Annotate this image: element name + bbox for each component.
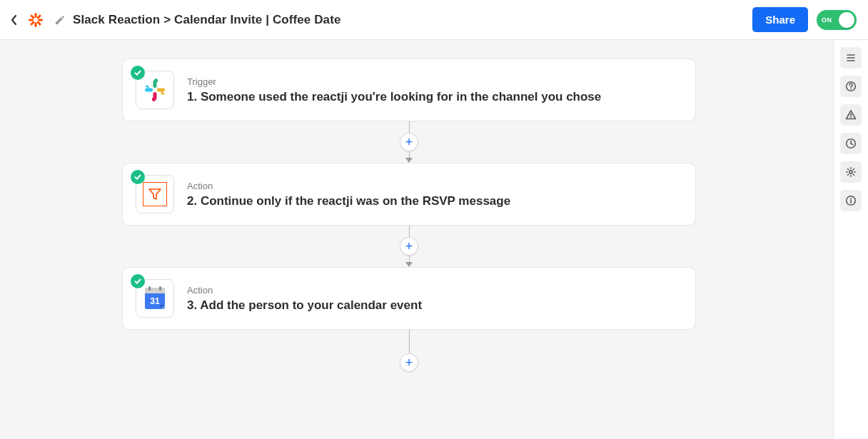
back-icon[interactable] <box>9 14 20 26</box>
svg-point-17 <box>849 171 852 173</box>
top-bar: Slack Reaction > Calendar Invite | Coffe… <box>0 0 868 40</box>
arrowhead-icon <box>405 262 413 267</box>
toggle-state-label: ON <box>822 16 832 24</box>
check-badge-icon <box>131 170 145 184</box>
warning-icon[interactable] <box>840 104 862 126</box>
svg-rect-2 <box>29 19 34 21</box>
svg-rect-1 <box>35 22 37 27</box>
svg-rect-6 <box>30 14 35 19</box>
connector: + <box>122 121 696 163</box>
step-icon-wrap <box>136 71 174 109</box>
share-button[interactable]: Share <box>752 7 808 32</box>
step-text: Trigger 1. Someone used the reactji you'… <box>187 76 601 104</box>
svg-rect-4 <box>36 14 41 19</box>
step-icon-wrap <box>136 175 174 213</box>
svg-point-15 <box>850 117 852 118</box>
outline-icon[interactable] <box>840 47 862 69</box>
connector-end: + <box>122 330 696 363</box>
svg-point-19 <box>850 198 852 199</box>
top-bar-right: Share ON <box>752 7 857 32</box>
zapier-logo-icon[interactable] <box>27 11 44 29</box>
svg-rect-5 <box>30 21 35 26</box>
svg-point-13 <box>850 89 852 90</box>
top-bar-left: Slack Reaction > Calendar Invite | Coffe… <box>9 11 340 29</box>
step-icon-wrap: 31 <box>136 279 174 318</box>
zap-title[interactable]: Slack Reaction > Calendar Invite | Coffe… <box>73 13 340 27</box>
add-step-button[interactable]: + <box>400 353 418 372</box>
step-kicker: Trigger <box>187 76 601 87</box>
arrowhead-icon <box>405 158 413 163</box>
step-text: Action 3. Add the person to your calenda… <box>187 285 422 313</box>
step-title: 3. Add the person to your calendar event <box>187 298 422 313</box>
help-icon[interactable] <box>840 76 862 97</box>
settings-icon[interactable] <box>840 161 862 183</box>
svg-rect-9 <box>157 89 165 92</box>
right-rail <box>833 40 868 439</box>
step-card-calendar[interactable]: 31 Action 3. Add the person to your cale… <box>122 267 696 330</box>
check-badge-icon <box>131 66 145 80</box>
step-kicker: Action <box>187 285 422 296</box>
zap-toggle[interactable]: ON <box>817 10 857 30</box>
svg-rect-7 <box>36 21 41 26</box>
svg-rect-11 <box>145 89 153 92</box>
edit-title-icon[interactable] <box>54 14 66 26</box>
connector: + <box>122 226 696 267</box>
history-icon[interactable] <box>840 133 862 154</box>
step-card-trigger[interactable]: Trigger 1. Someone used the reactji you'… <box>122 59 696 121</box>
step-card-filter[interactable]: Action 2. Continue only if the reactji w… <box>122 163 696 226</box>
editor-canvas: Trigger 1. Someone used the reactji you'… <box>0 40 868 439</box>
info-icon[interactable] <box>840 190 862 211</box>
step-title: 1. Someone used the reactji you're looki… <box>187 90 601 104</box>
step-kicker: Action <box>187 181 510 191</box>
svg-rect-0 <box>35 13 37 18</box>
step-text: Action 2. Continue only if the reactji w… <box>187 181 510 208</box>
svg-rect-3 <box>38 19 43 21</box>
toggle-knob <box>839 12 854 28</box>
step-title: 2. Continue only if the reactji was on t… <box>187 194 510 208</box>
flow-column: Trigger 1. Someone used the reactji you'… <box>122 59 696 363</box>
add-step-button[interactable]: + <box>400 237 418 256</box>
add-step-button[interactable]: + <box>400 133 418 151</box>
